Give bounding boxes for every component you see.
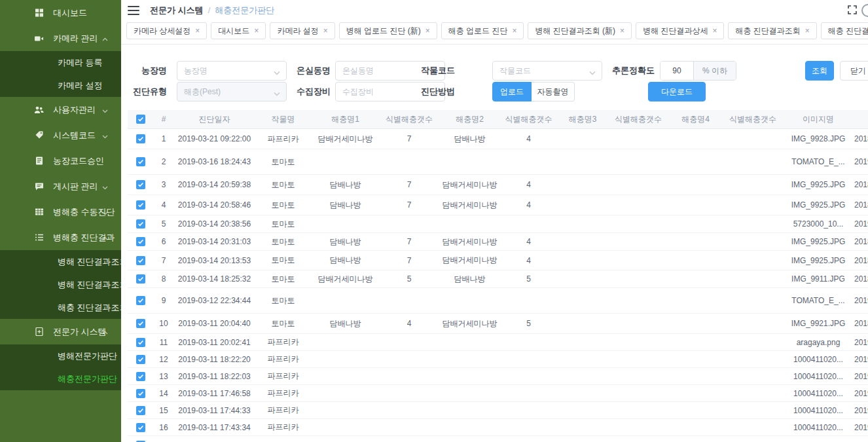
sidebar-item-disease-expert[interactable]: 병해전문가판단 bbox=[0, 344, 121, 367]
close-icon[interactable]: × bbox=[425, 26, 430, 35]
close-icon[interactable]: × bbox=[254, 26, 259, 35]
fullscreen-icon[interactable] bbox=[847, 5, 858, 18]
farm-select[interactable]: 농장명 bbox=[177, 61, 287, 81]
farm-label: 농장명 bbox=[124, 61, 167, 81]
sidebar-item-label: 병해충 수동진단 bbox=[0, 206, 115, 218]
tab-disease-results-detail[interactable]: 병해 진단결과상세× bbox=[636, 22, 724, 39]
sidebar-item-camera-register[interactable]: 카메라 등록 bbox=[0, 51, 121, 74]
tab-disease-upload-diagnosis[interactable]: 병해 업로드 진단 (新)× bbox=[339, 22, 437, 39]
chevron-up-icon bbox=[102, 232, 108, 242]
row-checkbox[interactable] bbox=[136, 180, 145, 189]
table-row[interactable]: 92019-03-12 22:34:44토마토TOMATO_E_...2019 bbox=[128, 288, 868, 314]
row-checkbox[interactable] bbox=[136, 219, 145, 229]
table-row[interactable]: 32019-03-14 20:59:38토마토담배나방7담배거세미나방4IMG_… bbox=[128, 175, 868, 195]
partial-icon[interactable] bbox=[861, 4, 868, 17]
row-checkbox[interactable] bbox=[136, 157, 145, 166]
crop-code-select[interactable]: 작물코드 bbox=[492, 61, 602, 81]
sidebar-item-camera-settings[interactable]: 카메라 설정 bbox=[0, 74, 121, 97]
close-icon[interactable]: × bbox=[512, 26, 516, 35]
accuracy-input[interactable] bbox=[660, 62, 693, 80]
table-row[interactable]: 122019-03-11 18:22:20파프리카1000411020...20… bbox=[128, 351, 868, 368]
download-button[interactable]: 다운로드 bbox=[648, 82, 706, 101]
row-checkbox[interactable] bbox=[136, 338, 145, 347]
sidebar-item-pest-results[interactable]: 해충 진단결과조회 bbox=[0, 296, 121, 319]
close-icon[interactable]: × bbox=[712, 26, 717, 35]
search-button[interactable]: 조회 bbox=[805, 61, 834, 81]
row-checkbox[interactable] bbox=[136, 406, 145, 415]
row-checkbox[interactable] bbox=[136, 200, 145, 210]
table-row[interactable]: 22019-03-16 18:24:43토마토TOMATO_E_...2019 bbox=[128, 149, 868, 175]
table-row[interactable]: 82019-03-14 18:25:32토마토담배거세미나방5담배나방5IMG_… bbox=[128, 270, 868, 288]
chevron-down-icon bbox=[102, 130, 108, 140]
table-row[interactable]: 172019-03-08 11:17:59토마토담배나방7담배거세미나방4IMG… bbox=[128, 436, 868, 442]
table-row[interactable]: 152019-03-11 17:44:33파프리카1000411020...20… bbox=[128, 402, 868, 419]
close-icon[interactable]: × bbox=[620, 26, 624, 35]
close-icon[interactable]: × bbox=[195, 26, 200, 35]
chevron-down-icon bbox=[102, 181, 108, 191]
table-row[interactable]: 162019-03-11 17:43:34파프리카1000411020...20… bbox=[128, 419, 868, 436]
table-row[interactable]: 62019-03-14 20:31:03토마토담배나방7담배거세미나방4IMG_… bbox=[128, 233, 868, 251]
row-checkbox[interactable] bbox=[136, 319, 145, 328]
table-row[interactable]: 102019-03-11 20:04:40토마토담배나방4담배거세미나방5IMG… bbox=[128, 314, 868, 334]
greenhouse-label: 온실동명 bbox=[278, 61, 331, 81]
tab-pest-results-detail[interactable]: 해충 진단결과상세× bbox=[821, 22, 868, 39]
sidebar-item-pest-expert[interactable]: 해충전문가판단 bbox=[0, 367, 121, 390]
cell-pest1: 담배거세미나방 bbox=[311, 134, 380, 145]
row-checkbox-cell bbox=[128, 389, 154, 398]
row-checkbox[interactable] bbox=[136, 274, 145, 284]
sidebar-item-camera-mgmt[interactable]: 카메라 관리 bbox=[0, 26, 121, 51]
table-row[interactable]: 112019-03-11 20:02:41파프리카aragaya.png2019 bbox=[128, 334, 868, 351]
tab-disease-results-new[interactable]: 병해 진단결과조회 (新)× bbox=[528, 22, 632, 39]
tab-dashboard[interactable]: 대시보드× bbox=[211, 22, 266, 39]
sidebar-item-expert-system[interactable]: 전문가 시스템 bbox=[0, 319, 121, 344]
sidebar-item-disease-results-old[interactable]: 병해 진단결과조회 (舊) bbox=[0, 273, 121, 296]
sidebar-item-farm-code-approval[interactable]: 농장코드승인 bbox=[0, 148, 121, 174]
sidebar-item-dashboard[interactable]: 대시보드 bbox=[0, 0, 121, 26]
row-checkbox[interactable] bbox=[136, 389, 145, 398]
table-row[interactable]: 52019-03-14 20:38:56토마토5723000_10...2019 bbox=[128, 215, 868, 233]
tab-camera-settings[interactable]: 카메라 설정× bbox=[270, 22, 335, 39]
tab-pest-results[interactable]: 해충 진단결과조회× bbox=[728, 22, 816, 39]
row-checkbox[interactable] bbox=[136, 134, 145, 143]
row-checkbox[interactable] bbox=[136, 256, 145, 265]
col-header: 식별해충갯수 bbox=[380, 114, 439, 125]
cell-pest2: 담배거세미나방 bbox=[439, 318, 501, 329]
table-row[interactable]: 12019-03-21 09:22:00파프리카담배거세미나방7담배나방4IMG… bbox=[128, 129, 868, 149]
cell-pest2: 담배거세미나방 bbox=[439, 255, 501, 266]
tab-pest-upload-diagnosis[interactable]: 해충 업로드 진단× bbox=[441, 22, 524, 39]
table-row[interactable]: 132019-03-11 18:22:03파프리카1000411020...20… bbox=[128, 368, 868, 385]
table-row[interactable]: 72019-03-14 20:13:53토마토담배나방7담배거세미나방4IMG_… bbox=[128, 251, 868, 270]
close-icon[interactable]: × bbox=[323, 26, 328, 35]
document-icon bbox=[34, 156, 44, 166]
cell-count2: 4 bbox=[501, 256, 556, 265]
auto-capture-button[interactable]: 자동촬영 bbox=[532, 82, 575, 101]
table-row[interactable]: 142019-03-11 17:46:58파프리카1000411020...20… bbox=[128, 385, 868, 402]
sidebar-item-board-mgmt[interactable]: 게시판 관리 bbox=[0, 174, 121, 199]
close-button[interactable]: 닫기 bbox=[840, 61, 868, 81]
sidebar-item-manual-diagnosis[interactable]: 병해충 수동진단 bbox=[0, 199, 121, 225]
row-checkbox[interactable] bbox=[136, 423, 145, 432]
upload-button[interactable]: 업로드 bbox=[492, 82, 532, 101]
menu-icon[interactable] bbox=[128, 6, 139, 15]
tab-camera-detail-settings[interactable]: 카메라 상세설정× bbox=[126, 22, 207, 39]
row-checkbox[interactable] bbox=[136, 296, 145, 305]
cell-extra: 2019 bbox=[854, 355, 868, 364]
row-checkbox[interactable] bbox=[136, 372, 145, 381]
sidebar-item-diagnosis-results[interactable]: 병해충 진단결과 bbox=[0, 225, 121, 250]
sidebar-item-user-mgmt[interactable]: 사용자관리 bbox=[0, 97, 121, 122]
breadcrumb-root[interactable]: 전문가 시스템 bbox=[150, 5, 204, 16]
cell-crop: 토마토 bbox=[255, 236, 311, 248]
cell-date: 2019-03-11 17:46:58 bbox=[173, 389, 255, 398]
table-row[interactable]: 42019-03-14 20:58:46토마토담배나방7담배거세미나방4IMG_… bbox=[128, 195, 868, 215]
row-checkbox[interactable] bbox=[136, 237, 145, 246]
row-checkbox[interactable] bbox=[136, 355, 145, 364]
close-icon[interactable]: × bbox=[805, 26, 810, 35]
sidebar-item-disease-results-new[interactable]: 병해 진단결과조회 (新) bbox=[0, 250, 121, 273]
cell-date: 2019-03-21 09:22:00 bbox=[173, 134, 255, 143]
diag-type-select[interactable]: 해충(Pest) bbox=[177, 82, 287, 101]
select-all-checkbox[interactable] bbox=[136, 115, 145, 124]
chevron-down-icon bbox=[102, 207, 108, 217]
sidebar-item-system-code[interactable]: 시스템코드 bbox=[0, 122, 121, 148]
cell-extra: 2019 bbox=[854, 423, 868, 432]
col-header: 식별해충갯수 bbox=[723, 114, 782, 125]
